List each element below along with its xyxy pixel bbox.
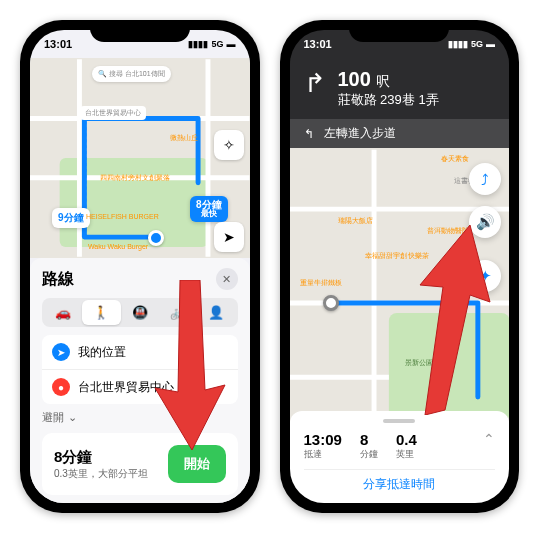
transport-mode-bar: 🚗 🚶 🚇 🚲 👤: [42, 298, 238, 327]
battery-icon: ▬: [227, 39, 236, 49]
poi-p7: 景新公園: [405, 358, 433, 368]
ar-button[interactable]: ✦: [469, 260, 501, 292]
best-label: 最快: [196, 210, 222, 219]
nav-bottom-bar[interactable]: 13:09 抵達 8 分鐘 0.4 英里 ⌃ 分享抵達時間: [290, 411, 510, 503]
signal-icon: ▮▮▮▮: [448, 39, 468, 49]
poi-waku: Waku Waku Burger: [88, 243, 148, 250]
route-icon: ⤴: [481, 171, 489, 188]
location-arrow-icon: ➤: [223, 229, 235, 245]
directions-sheet: 路線 ✕ 🚗 🚶 🚇 🚲 👤 ➤ 我的位置 ● 台北世界貿易中心: [30, 258, 250, 503]
origin-pin: [323, 295, 339, 311]
current-location-pin: [148, 230, 164, 246]
nav-distance: 100: [338, 68, 371, 90]
speaker-icon: 🔊: [476, 213, 495, 231]
stat-arrival: 13:09 抵達: [304, 431, 342, 461]
search-pill[interactable]: 🔍 搜尋 台北101傳聞: [92, 66, 171, 82]
nav-unit: 呎: [376, 73, 390, 89]
route-time: 8分鐘: [54, 448, 148, 467]
turn-right-icon: ↱: [304, 68, 326, 96]
network-label: 5G: [471, 39, 483, 49]
ar-icon: ✦: [479, 267, 492, 285]
nav-substep: ↰ 左轉進入步道: [290, 119, 510, 148]
transit-icon: 🚇: [132, 305, 148, 320]
rideshare-icon: 👤: [208, 305, 224, 320]
poi-burger: HEISELFISH BURGER: [86, 213, 159, 220]
from-row[interactable]: ➤ 我的位置: [42, 335, 238, 369]
to-row[interactable]: ● 台北世界貿易中心: [42, 369, 238, 404]
poi-p1: 春天素食: [441, 154, 469, 164]
go-button[interactable]: 開始: [168, 445, 226, 483]
alt-time-badge: 9分鐘: [52, 208, 90, 228]
poi-p4: 普洱動物醫院: [427, 226, 469, 236]
nav-street: 莊敬路 239巷 1弄: [338, 91, 439, 109]
avoid-row[interactable]: 避開 ⌄: [42, 410, 238, 425]
locate-button[interactable]: ➤: [214, 222, 244, 252]
poi-center: 台北世界貿易中心: [80, 106, 146, 120]
mode-rideshare[interactable]: 👤: [197, 300, 235, 325]
signal-icon: ▮▮▮▮: [188, 39, 208, 49]
phone-right: 13:01 ▮▮▮▮ 5G ▬ ↱ 100 呎 莊敬路 239巷 1弄 ↰ 左轉…: [280, 20, 520, 513]
stat-time: 8 分鐘: [360, 431, 378, 461]
status-right: ▮▮▮▮ 5G ▬: [188, 39, 235, 49]
mode-walk[interactable]: 🚶: [82, 300, 120, 325]
poi-food: 四四南村旁村文創聚落: [100, 173, 170, 183]
screen-right: 13:01 ▮▮▮▮ 5G ▬ ↱ 100 呎 莊敬路 239巷 1弄 ↰ 左轉…: [290, 30, 510, 503]
location-box: ➤ 我的位置 ● 台北世界貿易中心: [42, 335, 238, 404]
phone-left: 13:01 ▮▮▮▮ 5G ▬ 9分鐘 8分鐘 最快 🔍 搜尋 台北101傳聞 …: [20, 20, 260, 513]
notch: [349, 20, 449, 42]
mode-bike[interactable]: 🚲: [159, 300, 197, 325]
status-time: 13:01: [304, 38, 332, 50]
best-time-badge: 8分鐘 最快: [190, 196, 228, 222]
nav-text: 100 呎 莊敬路 239巷 1弄: [338, 68, 439, 109]
map-view[interactable]: 9分鐘 8分鐘 最快 🔍 搜尋 台北101傳聞 台北世界貿易中心 四四南村旁村文…: [30, 58, 250, 258]
avoid-label: 避開: [42, 410, 64, 425]
location-arrow-icon: ➤: [52, 343, 70, 361]
audio-button[interactable]: 🔊: [469, 206, 501, 238]
to-label: 台北世界貿易中心: [78, 379, 174, 396]
share-eta-button[interactable]: 分享抵達時間: [304, 469, 496, 493]
poi-p6: 重量牛排鐵板: [300, 278, 342, 288]
turn-left-icon: ↰: [304, 127, 314, 141]
time-label: 分鐘: [360, 448, 378, 461]
car-icon: 🚗: [55, 305, 71, 320]
nav-sub-text: 左轉進入步道: [324, 125, 396, 142]
stat-distance: 0.4 英里: [396, 431, 417, 461]
screen-left: 13:01 ▮▮▮▮ 5G ▬ 9分鐘 8分鐘 最快 🔍 搜尋 台北101傳聞 …: [30, 30, 250, 503]
distance-label: 英里: [396, 448, 417, 461]
mode-transit[interactable]: 🚇: [121, 300, 159, 325]
poi-orange1: 微熱山丘: [170, 133, 198, 143]
chevron-down-icon: ⌄: [68, 411, 77, 424]
sheet-title: 路線: [42, 269, 74, 290]
route-card[interactable]: 8分鐘 0.3英里，大部分平坦 開始: [42, 433, 238, 495]
bike-icon: 🚲: [170, 305, 186, 320]
time-value: 8: [360, 431, 378, 448]
distance-value: 0.4: [396, 431, 417, 448]
poi-p3: 瑞陽大飯店: [338, 216, 373, 226]
compass-icon: ✧: [223, 137, 235, 153]
status-time: 13:01: [44, 38, 72, 50]
route-info: 8分鐘 0.3英里，大部分平坦: [54, 448, 148, 481]
route-detail: 0.3英里，大部分平坦: [54, 467, 148, 481]
network-label: 5G: [211, 39, 223, 49]
arrival-label: 抵達: [304, 448, 342, 461]
stats-row: 13:09 抵達 8 分鐘 0.4 英里 ⌃: [304, 431, 496, 461]
pin-icon: ●: [52, 378, 70, 396]
nav-banner: ↱ 100 呎 莊敬路 239巷 1弄: [290, 58, 510, 119]
from-label: 我的位置: [78, 344, 126, 361]
poi-p5: 幸福甜甜宇創 快樂茶: [365, 251, 430, 261]
mode-car[interactable]: 🚗: [44, 300, 82, 325]
status-right: ▮▮▮▮ 5G ▬: [448, 39, 495, 49]
close-button[interactable]: ✕: [216, 268, 238, 290]
battery-icon: ▬: [486, 39, 495, 49]
notch: [90, 20, 190, 42]
grabber[interactable]: [383, 419, 415, 423]
route-overview-button[interactable]: ⤴: [469, 163, 501, 195]
map-3d-button[interactable]: ✧: [214, 130, 244, 160]
walk-icon: 🚶: [93, 305, 109, 320]
close-icon: ✕: [222, 273, 231, 286]
search-icon: 🔍: [98, 70, 109, 77]
arrival-value: 13:09: [304, 431, 342, 448]
chevron-up-icon[interactable]: ⌃: [483, 431, 495, 447]
